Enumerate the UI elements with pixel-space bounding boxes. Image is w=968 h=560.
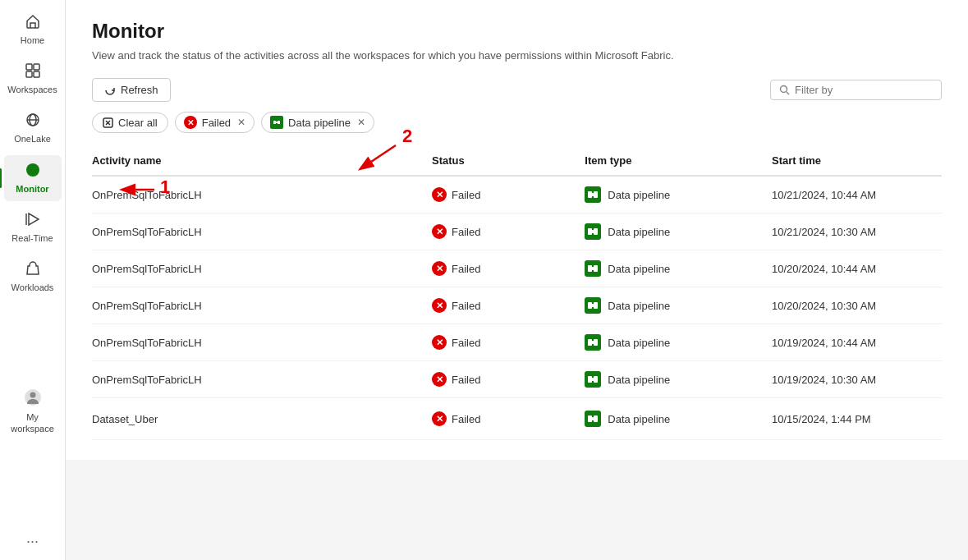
- cell-item-type: Data pipeline: [585, 176, 772, 213]
- main-content: Monitor View and track the status of the…: [66, 0, 968, 460]
- table-row[interactable]: OnPremSqlToFabricLH ✕ Failed Data pipeli…: [92, 361, 942, 398]
- more-button[interactable]: ...: [26, 530, 39, 547]
- sidebar-item-home[interactable]: Home: [4, 7, 62, 53]
- filter-tag-pipeline-label: Data pipeline: [288, 117, 351, 129]
- svg-rect-28: [588, 228, 592, 235]
- cell-start-time: 10/21/2024, 10:30 AM: [772, 213, 942, 250]
- cell-status: ✕ Failed: [432, 287, 585, 324]
- filter-tag-failed-label: Failed: [202, 117, 231, 129]
- sidebar-item-myworkspace[interactable]: My workspace: [4, 382, 62, 440]
- svg-rect-29: [594, 228, 598, 235]
- svg-rect-36: [592, 304, 594, 307]
- page-subtitle: View and track the status of the activit…: [92, 49, 831, 62]
- item-type-label: Data pipeline: [608, 413, 670, 425]
- svg-rect-27: [592, 193, 594, 196]
- pipeline-type-icon: [585, 334, 601, 351]
- svg-rect-49: [592, 417, 594, 420]
- sidebar-item-workspaces[interactable]: Workspaces: [4, 56, 62, 102]
- cell-item-type: Data pipeline: [585, 324, 772, 361]
- filter-input[interactable]: [795, 84, 933, 96]
- item-type-label: Data pipeline: [608, 300, 670, 312]
- svg-rect-40: [588, 376, 592, 383]
- pipeline-type-icon: [585, 411, 601, 427]
- sidebar-item-workloads-label: Workloads: [11, 282, 54, 293]
- svg-point-7: [26, 163, 39, 177]
- svg-rect-25: [588, 191, 592, 198]
- sidebar-item-workloads[interactable]: Workloads: [4, 254, 62, 300]
- svg-rect-47: [588, 415, 592, 422]
- sidebar-item-workspaces-label: Workspaces: [7, 85, 57, 95]
- status-failed-icon: ✕: [432, 224, 447, 239]
- svg-rect-24: [276, 122, 278, 123]
- table-body: OnPremSqlToFabricLH ✕ Failed Data pipeli…: [92, 176, 942, 440]
- cell-start-time: 10/19/2024, 10:30 AM: [772, 361, 942, 398]
- activity-table: Activity name Status Item type Start tim…: [92, 146, 942, 440]
- home-icon: [25, 13, 41, 32]
- pipeline-icon-sm: [270, 116, 283, 129]
- svg-point-11: [30, 392, 35, 398]
- table-row[interactable]: OnPremSqlToFabricLH ✕ Failed Data pipeli…: [92, 176, 942, 213]
- sidebar-item-realtime[interactable]: Real-Time: [4, 204, 62, 250]
- sidebar-item-realtime-label: Real-Time: [11, 233, 53, 244]
- sidebar-item-myworkspace-label: My workspace: [7, 412, 58, 434]
- svg-rect-3: [34, 71, 39, 77]
- pipeline-type-icon: [585, 186, 601, 203]
- table-row[interactable]: OnPremSqlToFabricLH ✕ Failed Data pipeli…: [92, 324, 942, 361]
- cell-start-time: 10/19/2024, 10:44 AM: [772, 324, 942, 361]
- svg-rect-0: [26, 64, 32, 70]
- table-row[interactable]: Dataset_Uber ··· ✕ Failed Dat: [92, 398, 942, 440]
- svg-rect-32: [594, 265, 598, 272]
- cell-start-time: 10/20/2024, 10:44 AM: [772, 250, 942, 287]
- sidebar-item-onelake-label: OneLake: [14, 134, 51, 145]
- status-label: Failed: [452, 263, 480, 275]
- table-row[interactable]: OnPremSqlToFabricLH ✕ Failed Data pipeli…: [92, 287, 942, 324]
- search-icon: [779, 85, 790, 95]
- filter-tag-pipeline-close[interactable]: ✕: [357, 117, 365, 128]
- pipeline-type-icon: [585, 260, 601, 277]
- refresh-button[interactable]: Refresh: [92, 78, 171, 102]
- table-row[interactable]: OnPremSqlToFabricLH ✕ Failed Data pipeli…: [92, 250, 942, 287]
- svg-rect-42: [592, 378, 594, 381]
- status-label: Failed: [452, 300, 480, 312]
- svg-rect-1: [34, 64, 39, 70]
- row-action-more[interactable]: ···: [215, 408, 236, 429]
- status-failed-icon: ✕: [432, 261, 447, 276]
- monitor-icon: [25, 162, 41, 181]
- item-type-label: Data pipeline: [608, 189, 670, 201]
- svg-point-46: [200, 416, 200, 417]
- svg-rect-37: [588, 339, 592, 346]
- status-label: Failed: [452, 413, 480, 425]
- col-activity-name: Activity name: [92, 146, 432, 176]
- filter-tag-pipeline: Data pipeline ✕: [261, 112, 374, 133]
- cell-activity-name: OnPremSqlToFabricLH: [92, 361, 432, 398]
- item-type-label: Data pipeline: [608, 226, 670, 238]
- page-title: Monitor: [92, 20, 942, 43]
- svg-rect-31: [588, 265, 592, 272]
- filter-tag-failed-close[interactable]: ✕: [237, 117, 245, 128]
- item-type-label: Data pipeline: [608, 374, 670, 386]
- cell-status: ✕ Failed: [432, 361, 585, 398]
- cell-activity-name: OnPremSqlToFabricLH: [92, 324, 432, 361]
- cell-item-type: Data pipeline: [585, 287, 772, 324]
- row-action-info[interactable]: [189, 408, 210, 429]
- workloads-icon: [25, 260, 41, 279]
- row-action-history[interactable]: [163, 408, 184, 429]
- status-failed-icon: ✕: [432, 187, 447, 202]
- sidebar-item-monitor[interactable]: Monitor: [4, 155, 62, 201]
- svg-rect-41: [594, 376, 598, 383]
- svg-rect-35: [594, 302, 598, 309]
- cell-start-time: 10/20/2024, 10:30 AM: [772, 287, 942, 324]
- col-status: Status: [432, 146, 585, 176]
- pipeline-type-icon: [585, 297, 601, 314]
- myworkspace-icon: [24, 388, 42, 409]
- table-row[interactable]: OnPremSqlToFabricLH ✕ Failed Data pipeli…: [92, 213, 942, 250]
- clear-all-button[interactable]: Clear all: [92, 112, 168, 133]
- svg-point-16: [781, 86, 787, 93]
- workspaces-icon: [25, 62, 41, 81]
- svg-rect-48: [594, 415, 598, 422]
- svg-rect-34: [588, 302, 592, 309]
- sidebar-item-onelake[interactable]: OneLake: [4, 105, 62, 151]
- status-failed-icon: ✕: [432, 372, 447, 387]
- sidebar-item-monitor-label: Monitor: [16, 184, 48, 195]
- filter-row: Clear all ✕ Failed ✕ Data pipeline ✕: [92, 112, 942, 133]
